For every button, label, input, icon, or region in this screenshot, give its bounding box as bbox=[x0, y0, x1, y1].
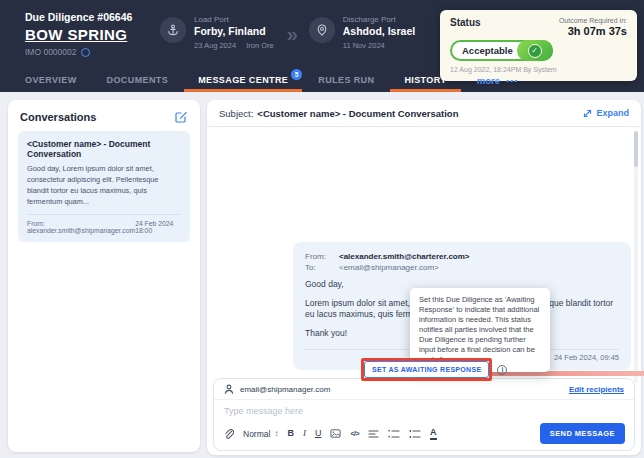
text-color-button[interactable]: A bbox=[430, 428, 437, 440]
more-label: more bbox=[477, 75, 500, 86]
status-title: Status bbox=[450, 17, 481, 37]
more-menu[interactable]: more ••• bbox=[477, 68, 519, 92]
subject-bar: Subject: <Customer name> - Document Conv… bbox=[207, 100, 641, 127]
info-icon[interactable]: i bbox=[497, 365, 507, 375]
expand-button[interactable]: Expand bbox=[583, 108, 629, 118]
image-icon[interactable] bbox=[330, 428, 341, 439]
subject-value: <Customer name> - Document Conversation bbox=[257, 108, 458, 119]
compose-box: email@shipmanager.com Edit recipients Ty… bbox=[213, 378, 635, 451]
recipient-email: email@shipmanager.com bbox=[240, 385, 330, 394]
load-port-cargo: Iron Ore bbox=[246, 41, 274, 50]
load-port-label: Load Port bbox=[194, 15, 274, 24]
from-label: From: bbox=[305, 252, 339, 261]
set-awaiting-response-button[interactable]: SET AS AWAITING RESPONSE bbox=[364, 361, 489, 378]
outcome-timer: 3h 07m 37s bbox=[559, 25, 627, 37]
scrollbar-thumb[interactable] bbox=[634, 131, 638, 167]
subject-label: Subject: bbox=[219, 108, 253, 119]
conversation-from: From: alexander.smith@shipmanager.com bbox=[27, 220, 135, 234]
message-centre-badge: 5 bbox=[291, 69, 302, 80]
conversations-title: Conversations bbox=[20, 111, 96, 123]
attach-icon[interactable] bbox=[223, 428, 234, 439]
bold-button[interactable]: B bbox=[287, 429, 294, 438]
tab-rules-run[interactable]: RULES RUN bbox=[318, 68, 374, 92]
discharge-port: Discharge Port Ashdod, Israel 11 Nov 202… bbox=[309, 15, 415, 50]
person-icon bbox=[224, 384, 234, 394]
updown-arrows-icon: ↕ bbox=[274, 429, 278, 438]
discharge-port-date: 11 Nov 2024 bbox=[343, 41, 385, 50]
vessel-name-link[interactable]: BOW SPRING bbox=[25, 26, 132, 43]
to-value: <email@shipmanager.com> bbox=[339, 263, 439, 272]
tab-bar: OVERVIEW DOCUMENTS MESSAGE CENTRE 5 RULE… bbox=[25, 68, 644, 92]
tab-message-centre[interactable]: MESSAGE CENTRE 5 bbox=[198, 68, 288, 92]
expand-label: Expand bbox=[596, 108, 629, 118]
annotation-row: SET AS AWAITING RESPONSE i bbox=[361, 358, 507, 381]
tab-overview[interactable]: OVERVIEW bbox=[25, 68, 77, 92]
info-icon[interactable] bbox=[81, 48, 90, 57]
from-value: <alexander.smith@charterer.com> bbox=[339, 252, 470, 261]
expand-arrows-icon bbox=[583, 109, 592, 118]
voyage-route: Load Port Forby, Finland 23 Aug 2024 Iro… bbox=[160, 15, 415, 50]
message-panel: Subject: <Customer name> - Document Conv… bbox=[207, 100, 641, 455]
app-window: Due Diligence #06646 BOW SPRING IMO 0000… bbox=[0, 0, 644, 458]
header: Due Diligence #06646 BOW SPRING IMO 0000… bbox=[0, 0, 644, 92]
scrollbar-track[interactable] bbox=[634, 131, 638, 383]
to-label: To: bbox=[305, 263, 339, 272]
send-message-button[interactable]: SEND MESSAGE bbox=[540, 423, 625, 444]
edit-recipients-link[interactable]: Edit recipients bbox=[569, 385, 624, 394]
anchor-icon bbox=[160, 17, 186, 43]
align-left-icon[interactable] bbox=[368, 429, 379, 439]
divider bbox=[27, 214, 181, 215]
load-port-date: 23 Aug 2024 bbox=[194, 41, 236, 50]
bullet-list-icon[interactable] bbox=[409, 429, 421, 439]
load-port: Load Port Forby, Finland 23 Aug 2024 Iro… bbox=[160, 15, 274, 50]
imo-number: IMO 0000002 bbox=[25, 47, 77, 57]
check-icon: ✓ bbox=[528, 44, 542, 58]
code-button[interactable]: </> bbox=[350, 430, 359, 437]
tab-history[interactable]: HISTORY bbox=[404, 68, 446, 92]
ellipsis-icon: ••• bbox=[506, 76, 519, 85]
status-check-wrap: ✓ bbox=[517, 40, 553, 61]
annotation-highlight-box: SET AS AWAITING RESPONSE bbox=[361, 358, 492, 381]
underline-button[interactable]: U bbox=[315, 429, 322, 438]
new-conversation-icon[interactable] bbox=[175, 110, 188, 123]
conversations-panel: Conversations <Customer name> - Document… bbox=[8, 100, 200, 452]
formatting-toolbar: Normal ↕ B I U </> bbox=[214, 418, 634, 450]
route-chevrons-icon: » bbox=[287, 23, 296, 46]
conversation-list-item[interactable]: <Customer name> - Document Conversation … bbox=[18, 131, 190, 242]
discharge-port-value: Ashdod, Israel bbox=[343, 25, 415, 37]
load-port-value: Forby, Finland bbox=[194, 25, 274, 37]
ordered-list-icon[interactable] bbox=[388, 429, 400, 439]
status-badge[interactable]: Acceptable ✓ bbox=[450, 40, 553, 61]
format-dropdown[interactable]: Normal ↕ bbox=[243, 429, 278, 439]
vessel-summary: Due Diligence #06646 BOW SPRING IMO 0000… bbox=[25, 11, 132, 57]
conversation-title: <Customer name> - Document Conversation bbox=[27, 139, 181, 159]
message-input[interactable]: Type message here bbox=[214, 400, 634, 418]
tab-documents[interactable]: DOCUMENTS bbox=[107, 68, 169, 92]
case-title: Due Diligence #06646 bbox=[25, 11, 132, 23]
discharge-port-label: Discharge Port bbox=[343, 15, 415, 24]
outcome-required-label: Outcome Required in: bbox=[559, 17, 627, 24]
location-pin-icon bbox=[309, 17, 335, 43]
conversation-date: 24 Feb 2024 18:00 bbox=[135, 220, 181, 234]
status-value: Acceptable bbox=[462, 45, 513, 56]
conversation-preview: Good day, Lorem ipsum dolor sit amet, co… bbox=[27, 163, 181, 207]
italic-button[interactable]: I bbox=[303, 429, 306, 438]
